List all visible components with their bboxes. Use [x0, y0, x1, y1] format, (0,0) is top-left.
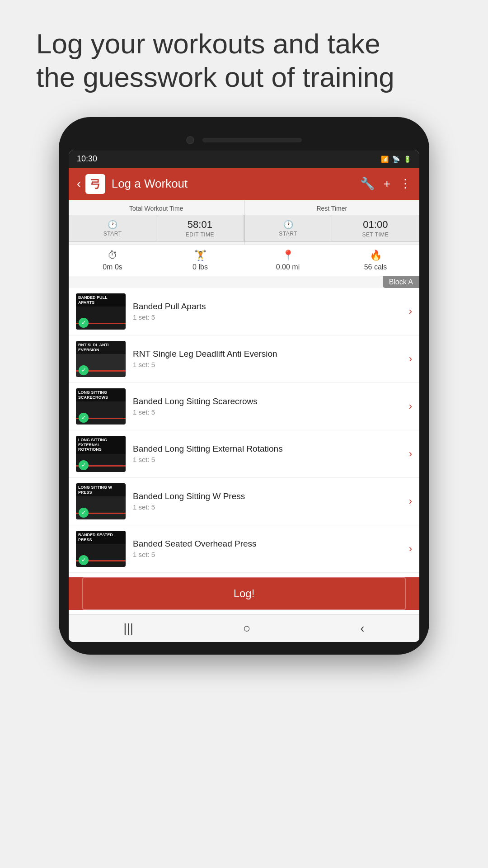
chevron-right-icon: › — [409, 495, 412, 507]
total-workout-timer: Total Workout Time 🕐 START 58:01 EDIT TI… — [69, 200, 244, 245]
exercise-thumbnail: RNT SLDL ANTI EVERSION ✓ — [76, 341, 126, 377]
exercise-info: Banded Long Sitting Scarecrows 1 set: 5 — [133, 396, 404, 416]
rest-clock-icon: 🕐 — [283, 220, 293, 230]
battery-icon: 🔋 — [404, 156, 411, 163]
check-icon: ✓ — [79, 318, 89, 328]
check-icon: ✓ — [79, 508, 89, 518]
time-value: 0m 0s — [103, 263, 122, 271]
set-time-label: SET TIME — [362, 231, 389, 238]
thumb-text: RNT SLDL ANTI EVERSION — [76, 341, 126, 354]
edit-time-button[interactable]: 58:01 EDIT TIME — [156, 215, 244, 242]
exercise-name: Banded Long Sitting Scarecrows — [133, 396, 404, 406]
start-label: START — [103, 231, 122, 237]
exercise-info: Banded Long Sitting External Rotations 1… — [133, 444, 404, 463]
block-header: Block A — [69, 276, 419, 288]
exercise-name: Banded Seated Overhead Press — [133, 539, 404, 549]
stats-bar: ⏱ 0m 0s 🏋 0 lbs 📍 0.00 mi 🔥 56 cals — [69, 245, 419, 276]
calories-value: 56 cals — [364, 263, 387, 271]
tagline-line1: Log your workouts and take — [36, 28, 380, 59]
app-header: ‹ 弓 Log a Workout 🔧 + ⋮ — [69, 168, 419, 200]
chevron-right-icon: › — [409, 543, 412, 555]
exercise-name: RNT Single Leg Deadlift Anti Eversion — [133, 349, 404, 359]
block-badge: Block A — [383, 276, 419, 288]
log-button-bar: Log! — [69, 577, 419, 610]
exercise-sets: 1 set: 5 — [133, 408, 404, 416]
nav-home-button[interactable]: ○ — [243, 621, 251, 636]
check-icon: ✓ — [79, 413, 89, 423]
speaker — [202, 138, 302, 142]
exercise-item[interactable]: LONG SITTING SCARECROWS ✓ Banded Long Si… — [69, 383, 419, 430]
exercise-info: Banded Long Sitting W Press 1 set: 5 — [133, 491, 404, 511]
exercise-info: Banded Pull Aparts 1 set: 5 — [133, 302, 404, 321]
clock-icon: 🕐 — [108, 220, 117, 230]
stat-weight: 🏋 0 lbs — [156, 250, 244, 271]
exercise-sets: 1 set: 5 — [133, 361, 404, 368]
exercise-name: Banded Long Sitting External Rotations — [133, 444, 404, 454]
check-icon: ✓ — [79, 460, 89, 470]
exercise-thumbnail: LONG SITTING SCARECROWS ✓ — [76, 388, 126, 425]
exercise-thumbnail: LONG SITTING EXTERNAL ROTATIONS ✓ — [76, 436, 126, 472]
stopwatch-icon: ⏱ — [108, 250, 117, 261]
nav-menu-button[interactable]: ||| — [123, 621, 133, 636]
distance-value: 0.00 mi — [276, 263, 300, 271]
wrench-icon[interactable]: 🔧 — [360, 177, 375, 191]
stat-distance: 📍 0.00 mi — [244, 250, 332, 271]
back-button[interactable]: ‹ — [77, 177, 81, 191]
more-icon[interactable]: ⋮ — [399, 177, 411, 191]
page-title: Log a Workout — [112, 177, 360, 191]
total-timer-label: Total Workout Time — [129, 205, 183, 212]
total-start-button[interactable]: 🕐 START — [69, 215, 156, 242]
phone-frame: 10:30 📶 📡 🔋 ‹ 弓 Log a Workout 🔧 + ⋮ — [59, 117, 429, 655]
nav-bar: ||| ○ ‹ — [69, 614, 419, 642]
set-time-button[interactable]: 01:00 SET TIME — [332, 215, 419, 242]
rest-start-button[interactable]: 🕐 START — [244, 215, 332, 242]
nav-back-button[interactable]: ‹ — [360, 621, 364, 636]
status-time: 10:30 — [77, 154, 97, 164]
timer-bar: Total Workout Time 🕐 START 58:01 EDIT TI… — [69, 200, 419, 245]
edit-time-label: EDIT TIME — [186, 231, 214, 238]
exercise-thumbnail: BANDED SEATED PRESS ✓ — [76, 531, 126, 567]
weight-value: 0 lbs — [192, 263, 208, 271]
log-button[interactable]: Log! — [82, 577, 406, 610]
exercise-item[interactable]: LONG SITTING W PRESS ✓ Banded Long Sitti… — [69, 478, 419, 525]
tagline-line2: the guesswork out of training — [36, 61, 394, 93]
camera — [186, 136, 194, 144]
rest-timer: Rest Timer 🕐 START 01:00 SET TIME — [244, 200, 420, 245]
thumb-text: BANDED PULL APARTS — [76, 293, 126, 307]
header-actions: 🔧 + ⋮ — [360, 177, 411, 191]
exercise-sets: 1 set: 5 — [133, 313, 404, 321]
thumb-text: LONG SITTING SCARECROWS — [76, 388, 126, 402]
add-icon[interactable]: + — [384, 177, 390, 191]
rest-start-label: START — [279, 231, 297, 237]
exercise-list: BANDED PULL APARTS ✓ Banded Pull Aparts … — [69, 288, 419, 573]
status-bar: 10:30 📶 📡 🔋 — [69, 151, 419, 168]
check-icon: ✓ — [79, 555, 89, 565]
exercise-sets: 1 set: 5 — [133, 551, 404, 558]
exercise-thumbnail: LONG SITTING W PRESS ✓ — [76, 483, 126, 519]
stat-calories: 🔥 56 cals — [332, 250, 419, 271]
phone-screen: 10:30 📶 📡 🔋 ‹ 弓 Log a Workout 🔧 + ⋮ — [69, 151, 419, 642]
exercise-item[interactable]: BANDED PULL APARTS ✓ Banded Pull Aparts … — [69, 288, 419, 335]
exercise-sets: 1 set: 5 — [133, 456, 404, 463]
chevron-right-icon: › — [409, 448, 412, 460]
exercise-item[interactable]: BANDED SEATED PRESS ✓ Banded Seated Over… — [69, 525, 419, 573]
exercise-name: Banded Long Sitting W Press — [133, 491, 404, 501]
exercise-info: Banded Seated Overhead Press 1 set: 5 — [133, 539, 404, 558]
signal-icon: 📶 — [381, 156, 389, 163]
app-logo: 弓 — [85, 174, 105, 194]
exercise-sets: 1 set: 5 — [133, 503, 404, 511]
wifi-icon: 📡 — [392, 156, 400, 163]
thumb-text: LONG SITTING W PRESS — [76, 483, 126, 497]
chevron-right-icon: › — [409, 353, 412, 365]
stat-time: ⏱ 0m 0s — [69, 250, 156, 271]
exercise-thumbnail: BANDED PULL APARTS ✓ — [76, 293, 126, 330]
fire-icon: 🔥 — [370, 250, 382, 261]
exercise-item[interactable]: RNT SLDL ANTI EVERSION ✓ RNT Single Leg … — [69, 335, 419, 383]
logo-symbol: 弓 — [90, 177, 101, 191]
weight-icon: 🏋 — [194, 250, 206, 261]
chevron-right-icon: › — [409, 306, 412, 317]
exercise-item[interactable]: LONG SITTING EXTERNAL ROTATIONS ✓ Banded… — [69, 430, 419, 478]
check-icon: ✓ — [79, 365, 89, 375]
exercise-name: Banded Pull Aparts — [133, 302, 404, 311]
location-icon: 📍 — [282, 250, 294, 261]
